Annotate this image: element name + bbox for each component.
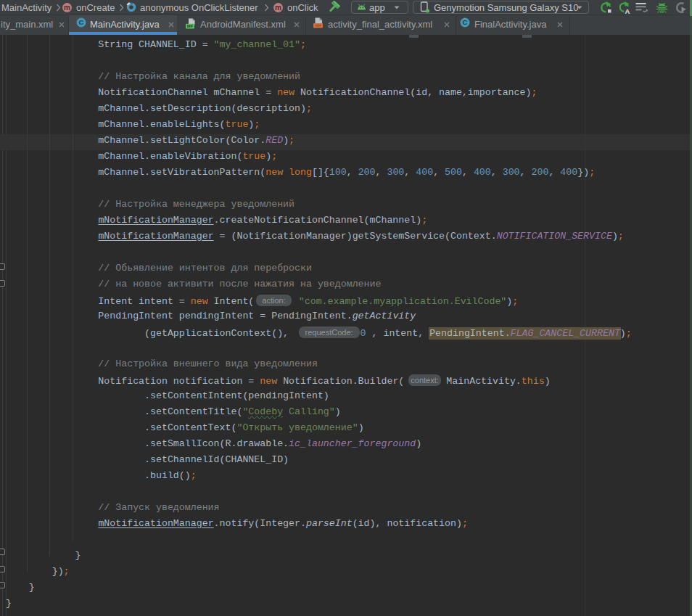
svg-text:C: C <box>463 18 468 26</box>
svg-text:C: C <box>79 18 84 26</box>
svg-text:A: A <box>625 7 630 15</box>
svg-text:</>: </> <box>315 23 321 28</box>
svg-text:MF: MF <box>187 24 194 28</box>
